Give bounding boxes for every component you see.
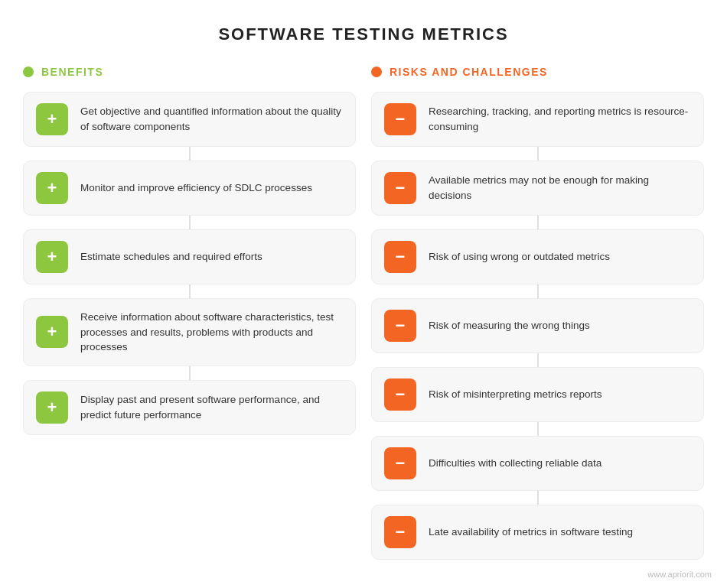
- item-text: Estimate schedules and required efforts: [80, 249, 262, 265]
- item-card: +Monitor and improve efficiency of SDLC …: [23, 161, 356, 216]
- plus-icon: +: [36, 316, 68, 348]
- risks-dot: [371, 67, 382, 77]
- item-card: +Get objective and quantified informatio…: [23, 92, 356, 147]
- benefits-column: BENEFITS +Get objective and quantified i…: [23, 66, 356, 560]
- item-text: Risk of misinterpreting metrics reports: [429, 387, 602, 402]
- connector-line: [189, 147, 191, 161]
- item-card: −Risk of measuring the wrong things: [371, 298, 704, 353]
- item-card: −Late availability of metrics in softwar…: [371, 505, 704, 560]
- connector-line: [189, 216, 191, 229]
- list-item: −Late availability of metrics in softwar…: [371, 491, 704, 560]
- list-item: −Available metrics may not be enough for…: [371, 147, 704, 216]
- list-item: +Monitor and improve efficiency of SDLC …: [23, 147, 356, 216]
- item-card: −Risk of misinterpreting metrics reports: [371, 367, 704, 422]
- list-item: −Risk of using wrong or outdated metrics: [371, 216, 704, 284]
- item-text: Receive information about software chara…: [80, 310, 343, 355]
- item-text: Risk of measuring the wrong things: [429, 318, 590, 333]
- plus-icon: +: [36, 172, 68, 204]
- connector-line: [537, 422, 539, 436]
- item-text: Display past and present software perfor…: [80, 392, 343, 422]
- minus-icon: −: [384, 516, 416, 548]
- list-item: +Display past and present software perfo…: [23, 366, 356, 435]
- item-text: Get objective and quantified information…: [80, 104, 343, 134]
- plus-icon: +: [36, 391, 68, 424]
- connector-line: [537, 491, 539, 505]
- risks-header: RISKS AND CHALLENGES: [371, 66, 704, 78]
- risks-column: RISKS AND CHALLENGES −Researching, track…: [371, 66, 704, 560]
- minus-icon: −: [384, 447, 416, 479]
- item-card: −Risk of using wrong or outdated metrics: [371, 229, 704, 284]
- list-item: +Receive information about software char…: [23, 284, 356, 366]
- item-card: +Receive information about software char…: [23, 298, 356, 366]
- minus-icon: −: [384, 172, 416, 204]
- benefits-dot: [23, 67, 34, 77]
- minus-icon: −: [384, 241, 416, 273]
- item-text: Late availability of metrics in software…: [429, 525, 633, 540]
- list-item: −Risk of measuring the wrong things: [371, 284, 704, 353]
- item-text: Difficulties with collecting reliable da…: [429, 456, 601, 471]
- connector-line: [537, 216, 539, 229]
- list-item: −Difficulties with collecting reliable d…: [371, 422, 704, 491]
- connector-line: [537, 284, 539, 298]
- minus-icon: −: [384, 103, 416, 135]
- item-text: Available metrics may not be enough for …: [429, 173, 691, 203]
- watermark: www.apriorit.com: [647, 570, 712, 579]
- list-item: +Estimate schedules and required efforts: [23, 216, 356, 284]
- connector-line: [537, 147, 539, 161]
- benefits-header: BENEFITS: [23, 66, 356, 78]
- connector-line: [189, 284, 191, 298]
- item-card: −Researching, tracking, and reporting me…: [371, 92, 704, 147]
- item-card: −Available metrics may not be enough for…: [371, 161, 704, 216]
- list-item: +Get objective and quantified informatio…: [23, 92, 356, 147]
- item-card: −Difficulties with collecting reliable d…: [371, 436, 704, 491]
- risks-label: RISKS AND CHALLENGES: [390, 66, 548, 78]
- risks-list: −Researching, tracking, and reporting me…: [371, 92, 704, 560]
- plus-icon: +: [36, 103, 68, 135]
- plus-icon: +: [36, 241, 68, 273]
- connector-line: [189, 366, 191, 380]
- item-text: Risk of using wrong or outdated metrics: [429, 249, 610, 265]
- benefits-label: BENEFITS: [41, 66, 103, 78]
- list-item: −Risk of misinterpreting metrics reports: [371, 353, 704, 422]
- page-title: SOFTWARE TESTING METRICS: [0, 0, 727, 66]
- item-text: Researching, tracking, and reporting met…: [429, 104, 691, 134]
- connector-line: [537, 353, 539, 367]
- list-item: −Researching, tracking, and reporting me…: [371, 92, 704, 147]
- minus-icon: −: [384, 378, 416, 411]
- item-card: +Display past and present software perfo…: [23, 380, 356, 435]
- minus-icon: −: [384, 310, 416, 342]
- item-text: Monitor and improve efficiency of SDLC p…: [80, 180, 312, 196]
- item-card: +Estimate schedules and required efforts: [23, 229, 356, 284]
- benefits-list: +Get objective and quantified informatio…: [23, 92, 356, 435]
